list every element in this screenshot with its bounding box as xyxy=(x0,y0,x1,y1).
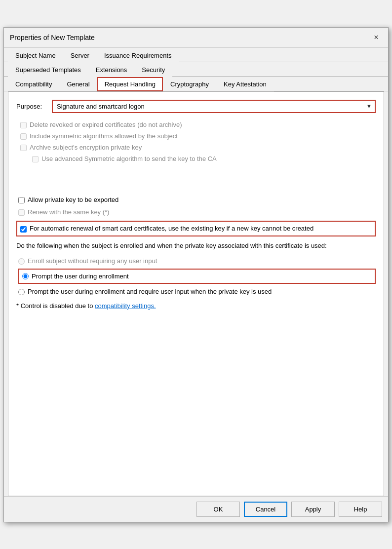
archive-key-label: Archive subject's encryption private key xyxy=(30,144,142,151)
ok-button[interactable]: OK xyxy=(196,502,240,517)
section-description: Do the following when the subject is enr… xyxy=(16,241,376,250)
tab-compatibility[interactable]: Compatibility xyxy=(8,77,59,91)
include-symmetric-label: Include symmetric algorithms allowed by … xyxy=(30,132,178,140)
tab-request-handling[interactable]: Request Handling xyxy=(97,77,163,91)
purpose-row: Purpose: Signature and smartcard logon S… xyxy=(16,100,376,113)
checkbox-advanced-symmetric: Use advanced Symmetric algorithm to send… xyxy=(32,155,376,162)
tab-key-attestation[interactable]: Key Attestation xyxy=(216,77,274,91)
button-bar: OK Cancel Apply Help xyxy=(4,496,388,522)
options-checkbox-group: Delete revoked or expired certificates (… xyxy=(20,121,376,162)
radio-prompt-enrollment: Prompt the user during enrollment xyxy=(18,269,376,284)
checkbox-archive-key: Archive subject's encryption private key xyxy=(20,144,376,151)
advanced-symmetric-checkbox[interactable] xyxy=(32,156,39,162)
radio-enroll-no-input: Enroll subject without requiring any use… xyxy=(18,257,376,265)
renew-same-key-label: Renew with the same key (*) xyxy=(28,208,109,216)
purpose-label: Purpose: xyxy=(16,103,46,110)
checkbox-renew-same-key: Renew with the same key (*) xyxy=(18,208,376,216)
purpose-select[interactable]: Signature and smartcard logon Signature … xyxy=(53,101,363,112)
allow-export-checkbox[interactable] xyxy=(18,197,25,203)
checkbox-smartcard-renewal: For automatic renewal of smart card cert… xyxy=(16,221,376,236)
checkbox-include-symmetric: Include symmetric algorithms allowed by … xyxy=(20,132,376,140)
prompt-require-input-label: Prompt the user during enrollment and re… xyxy=(28,288,272,295)
tab-row-2: Superseded Templates Extensions Security xyxy=(4,62,388,77)
tab-row-1: Subject Name Server Issuance Requirement… xyxy=(4,48,388,62)
tab-general[interactable]: General xyxy=(59,77,97,91)
title-bar: Properties of New Template × xyxy=(4,28,388,48)
checkbox-delete-revoked: Delete revoked or expired certificates (… xyxy=(20,121,376,128)
tab-subject-name[interactable]: Subject Name xyxy=(8,48,63,62)
enrollment-radio-group: Enroll subject without requiring any use… xyxy=(18,257,376,295)
allow-export-label: Allow private key to be exported xyxy=(28,196,118,203)
compat-note-text: * Control is disabled due to xyxy=(16,302,93,310)
prompt-require-input-radio[interactable] xyxy=(18,289,25,295)
prompt-enrollment-radio[interactable] xyxy=(22,273,29,279)
purpose-select-wrapper: Signature and smartcard logon Signature … xyxy=(52,100,376,113)
tab-server[interactable]: Server xyxy=(63,48,97,62)
dialog-title: Properties of New Template xyxy=(10,34,95,41)
compat-note: * Control is disabled due to compatibili… xyxy=(16,302,376,310)
enroll-no-input-label: Enroll subject without requiring any use… xyxy=(28,257,157,265)
close-button[interactable]: × xyxy=(370,32,382,43)
prompt-enrollment-label: Prompt the user during enrollment xyxy=(32,273,129,280)
compat-settings-link[interactable]: compatibility settings. xyxy=(95,302,156,310)
tab-extensions[interactable]: Extensions xyxy=(88,63,135,77)
checkbox-allow-export: Allow private key to be exported xyxy=(18,196,376,203)
smartcard-renewal-checkbox[interactable] xyxy=(20,226,27,233)
help-button[interactable]: Help xyxy=(339,502,382,517)
include-symmetric-checkbox[interactable] xyxy=(20,133,27,140)
smartcard-renewal-label: For automatic renewal of smart card cert… xyxy=(30,225,314,232)
tab-superseded-templates[interactable]: Superseded Templates xyxy=(8,63,88,77)
tab-issuance-requirements[interactable]: Issuance Requirements xyxy=(97,48,179,62)
spacer-1 xyxy=(16,171,376,191)
advanced-symmetric-label: Use advanced Symmetric algorithm to send… xyxy=(41,155,217,162)
enroll-no-input-radio[interactable] xyxy=(18,258,25,265)
delete-revoked-label: Delete revoked or expired certificates (… xyxy=(30,121,182,128)
radio-prompt-require-input: Prompt the user during enrollment and re… xyxy=(18,288,376,295)
tab-security[interactable]: Security xyxy=(134,63,172,77)
dropdown-arrow-icon: ▼ xyxy=(363,101,375,111)
tab-row-3: Compatibility General Request Handling C… xyxy=(4,77,388,91)
archive-key-checkbox[interactable] xyxy=(20,145,27,151)
cancel-button[interactable]: Cancel xyxy=(244,502,287,517)
delete-revoked-checkbox[interactable] xyxy=(20,122,27,128)
apply-button[interactable]: Apply xyxy=(291,502,335,517)
dialog-window: Properties of New Template × Subject Nam… xyxy=(3,27,389,522)
content-panel: Purpose: Signature and smartcard logon S… xyxy=(8,91,384,496)
renew-same-key-checkbox[interactable] xyxy=(18,209,25,216)
tab-cryptography[interactable]: Cryptography xyxy=(163,77,216,91)
